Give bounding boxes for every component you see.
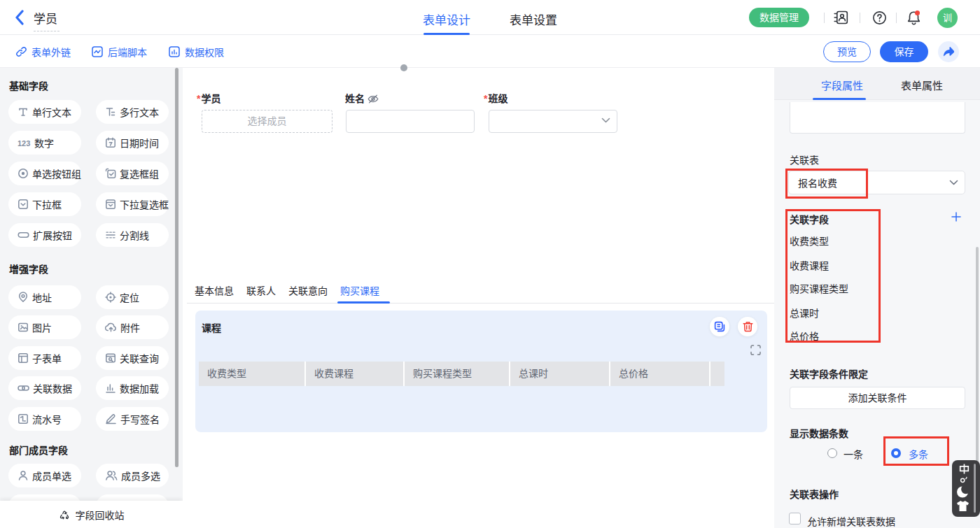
svg-text:123: 123 [18,139,30,148]
